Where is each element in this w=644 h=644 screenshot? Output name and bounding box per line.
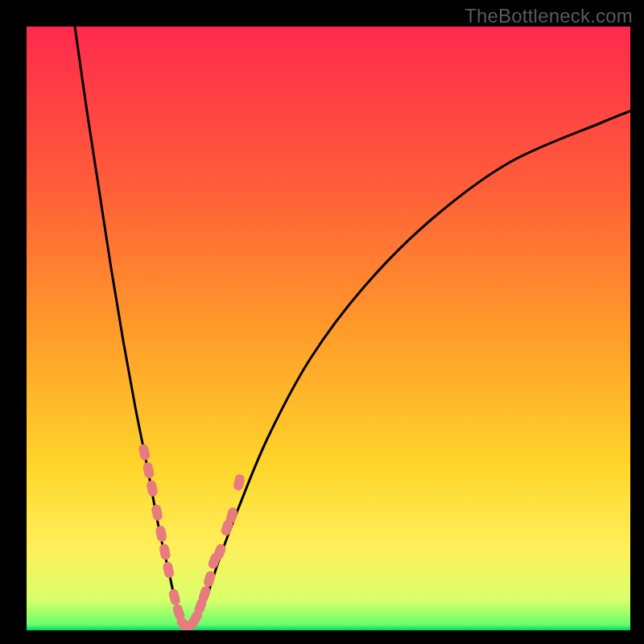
watermark-text: TheBottleneck.com bbox=[464, 5, 633, 27]
outer-frame: TheBottleneck.com bbox=[0, 0, 644, 644]
plot-area bbox=[27, 27, 630, 630]
